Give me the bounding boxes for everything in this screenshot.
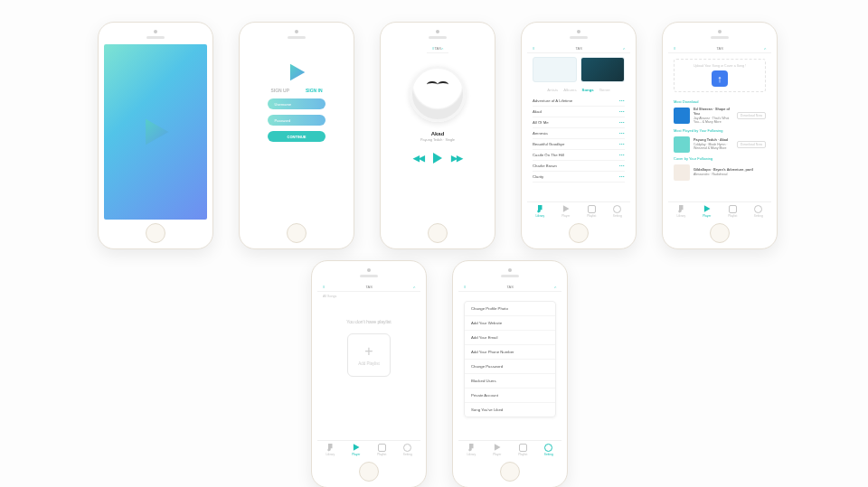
settings-row[interactable]: Song You've Liked xyxy=(465,403,555,417)
settings-row[interactable]: Add Your Website xyxy=(465,316,555,331)
row-sub: Alessandro · Radiohead xyxy=(693,173,727,176)
cover-row[interactable]: GildaSapo · Bryan's Adventure, partIAles… xyxy=(668,163,771,183)
tab-playlist[interactable]: Playlist xyxy=(579,202,605,220)
app-logo-icon xyxy=(140,117,171,147)
tab-setting[interactable]: Setting xyxy=(536,441,562,458)
add-playlist-button[interactable]: + Add Playlist xyxy=(347,333,391,377)
card-item[interactable] xyxy=(580,57,625,82)
played-row[interactable]: Payung Teduh · AkadColdplay · Made Hymn … xyxy=(668,135,771,155)
tab-player[interactable]: Player xyxy=(553,202,580,220)
song-row[interactable]: Castle On The Hill••• xyxy=(533,150,625,161)
song-row[interactable]: Akad••• xyxy=(533,107,625,117)
tab-playlist[interactable]: Playlist xyxy=(369,441,395,458)
tab-setting[interactable]: Setting xyxy=(746,202,772,220)
song-row[interactable]: All Of Me••• xyxy=(533,117,625,128)
tab-setting[interactable]: Setting xyxy=(395,441,421,458)
play-button[interactable] xyxy=(433,153,442,164)
continue-button[interactable]: CONTINUE xyxy=(268,131,326,142)
menu-icon[interactable]: ≡ xyxy=(323,285,325,289)
search-icon[interactable]: ⌕ xyxy=(764,46,766,51)
menu-icon[interactable]: ≡ xyxy=(533,46,534,51)
more-icon[interactable]: ••• xyxy=(619,164,625,168)
empty-state-text: You don't have playlist xyxy=(317,301,420,324)
tab-library[interactable]: Library xyxy=(527,202,553,220)
track-title: Akad xyxy=(431,131,445,136)
player-controls: ◀◀ ▶▶ xyxy=(413,153,462,164)
settings-row[interactable]: Add Your Email xyxy=(465,331,555,345)
song-row[interactable]: Clarity••• xyxy=(533,172,625,183)
more-icon[interactable]: ••• xyxy=(619,153,625,157)
tab-signup[interactable]: SIGN UP xyxy=(270,88,289,93)
topbar: ≡ TAS ⌕ xyxy=(527,44,630,53)
song-title: Adventure of A Lifetime xyxy=(533,98,572,103)
song-row[interactable]: Charlie Brown••• xyxy=(533,161,625,172)
song-row[interactable]: Amnesia••• xyxy=(533,128,625,139)
gear-icon xyxy=(754,205,762,213)
tab-setting[interactable]: Setting xyxy=(605,202,631,220)
tab-player[interactable]: Player xyxy=(694,202,721,220)
seg-genre[interactable]: Genre xyxy=(599,88,610,92)
home-button[interactable] xyxy=(500,462,520,482)
home-button[interactable] xyxy=(146,223,165,243)
device-discover: ≡ TAS ⌕ Upload Your Song or Cover a Song… xyxy=(662,22,778,249)
tab-label: Library xyxy=(326,453,335,456)
more-icon[interactable]: ••• xyxy=(619,174,625,179)
gear-icon xyxy=(613,205,621,213)
prev-button[interactable]: ◀◀ xyxy=(413,154,424,163)
settings-row[interactable]: Change Password xyxy=(465,360,555,374)
more-icon[interactable]: ••• xyxy=(619,131,625,136)
more-icon[interactable]: ••• xyxy=(619,120,625,125)
home-button[interactable] xyxy=(359,462,379,482)
more-icon[interactable]: ••• xyxy=(619,109,625,114)
tab-label: Player xyxy=(703,214,711,218)
username-input[interactable]: Username xyxy=(268,98,326,109)
settings-row[interactable]: Blocked Users xyxy=(465,374,555,389)
plus-icon: + xyxy=(364,344,373,359)
settings-row[interactable]: Add Your Phone Number xyxy=(465,345,555,360)
seg-albums[interactable]: Albums xyxy=(563,88,576,92)
menu-icon[interactable]: ≡ xyxy=(464,285,466,289)
search-icon[interactable]: ⌕ xyxy=(441,46,443,51)
search-icon[interactable]: ⌕ xyxy=(623,46,625,51)
menu-icon[interactable]: ≡ xyxy=(674,46,675,51)
home-button[interactable] xyxy=(428,223,448,243)
section-cover: Cover by Your Following xyxy=(668,155,771,163)
more-icon[interactable]: ••• xyxy=(619,98,625,103)
tab-library[interactable]: Library xyxy=(458,441,485,458)
download-button[interactable]: Download Now xyxy=(737,141,766,148)
tab-signin[interactable]: SIGN IN xyxy=(306,88,323,93)
card-item[interactable] xyxy=(533,57,577,82)
search-icon[interactable]: ⌕ xyxy=(413,285,415,289)
note-icon xyxy=(536,205,544,213)
section-most-played: Most Played by Your Following xyxy=(668,126,771,135)
topbar: ≡ TAS ⌕ xyxy=(458,283,561,292)
song-title: Castle On The Hill xyxy=(533,153,564,157)
download-row[interactable]: Ed Sheeran · Shape of YouJay Alvarez · T… xyxy=(668,106,771,126)
auth-tabs: SIGN UP SIGN IN xyxy=(270,88,322,93)
password-input[interactable]: Password xyxy=(268,115,326,126)
tab-player[interactable]: Player xyxy=(344,441,370,458)
tab-library[interactable]: Library xyxy=(317,441,344,458)
play-icon xyxy=(352,444,360,452)
home-button[interactable] xyxy=(710,223,730,243)
song-row[interactable]: Adventure of A Lifetime••• xyxy=(533,96,625,107)
seg-songs[interactable]: Songs xyxy=(582,88,594,92)
tab-playlist[interactable]: Playlist xyxy=(510,441,536,458)
home-button[interactable] xyxy=(569,223,589,243)
seg-artists[interactable]: Artists xyxy=(547,88,558,92)
home-button[interactable] xyxy=(287,223,307,243)
song-row[interactable]: Beautiful Goodbye••• xyxy=(533,139,625,150)
library-segments: Artists Albums Songs Genre xyxy=(527,86,630,96)
tab-player[interactable]: Player xyxy=(485,441,511,458)
search-icon[interactable]: ⌕ xyxy=(554,285,556,289)
next-button[interactable]: ▶▶ xyxy=(451,154,462,163)
download-button[interactable]: Download Now xyxy=(737,112,766,119)
upload-banner[interactable]: Upload Your Song or Cover a Song ! ↑ xyxy=(674,59,766,92)
song-title: Amnesia xyxy=(533,131,548,136)
settings-row[interactable]: Change Profile Photo xyxy=(465,302,555,316)
now-playing-cards xyxy=(527,53,630,86)
tab-library[interactable]: Library xyxy=(668,202,694,220)
more-icon[interactable]: ••• xyxy=(619,142,625,146)
settings-row[interactable]: Private Account xyxy=(465,389,555,403)
tab-playlist[interactable]: Playlist xyxy=(720,202,746,220)
